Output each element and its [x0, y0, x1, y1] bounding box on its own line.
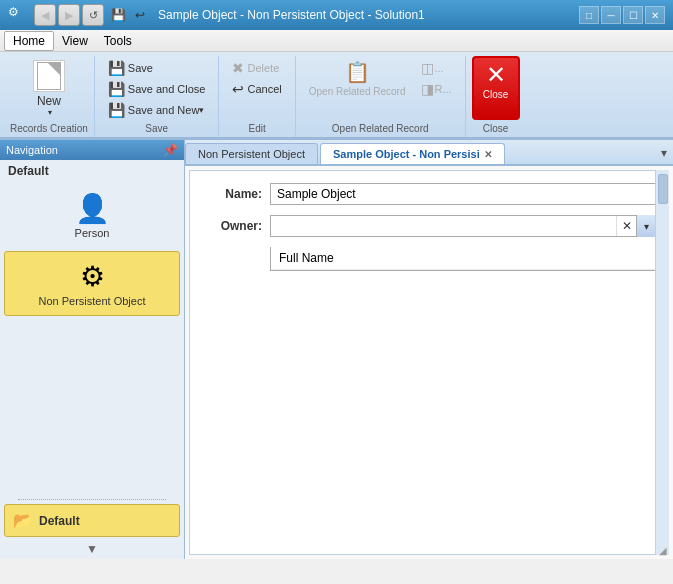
app-icon: ⚙ — [8, 5, 28, 25]
sidebar: Navigation 📌 Default 👤 Person ⚙ Non Pers… — [0, 140, 185, 559]
back-button[interactable]: ◀ — [34, 4, 56, 26]
nav-buttons: ◀ ▶ ↺ — [34, 4, 104, 26]
edit-group-label: Edit — [248, 123, 265, 134]
edit-content: ✖ Delete ↩ Cancel — [225, 56, 288, 121]
suggestion-full-name[interactable]: Full Name — [271, 247, 655, 270]
ribbon: New ▾ Records Creation 💾 Save 💾 Save and… — [0, 52, 673, 139]
close-group-label: Close — [483, 123, 509, 134]
sidebar-header: Navigation 📌 — [0, 140, 184, 160]
sidebar-close[interactable]: 📌 — [163, 143, 178, 157]
records-creation-content: New ▾ — [23, 56, 75, 121]
tab-non-persistent[interactable]: Non Persistent Object — [185, 143, 318, 164]
qat-undo[interactable]: ↩ — [130, 5, 150, 25]
sidebar-scroll-down[interactable]: ▼ — [0, 539, 184, 559]
new-dropdown-arrow: ▾ — [48, 108, 52, 117]
owner-row: Owner: ✕ ▾ — [202, 215, 656, 237]
related-extra-stack: ◫ ... ◨ R... — [414, 56, 458, 99]
close-btn-label: Close — [483, 89, 509, 100]
owner-input[interactable] — [270, 215, 656, 237]
suggestion-box: Full Name — [270, 247, 656, 271]
content-tabs: Non Persistent Object Sample Object - No… — [185, 140, 673, 166]
open-related-icon: 📋 — [345, 60, 370, 84]
ribbon-group-open-related: 📋 Open Related Record ◫ ... ◨ R... Open … — [296, 56, 466, 137]
related-btn2-label: R... — [434, 83, 451, 95]
restore-button[interactable]: ☐ — [623, 6, 643, 24]
save-content: 💾 Save 💾 Save and Close 💾 Save and New ▾ — [101, 56, 213, 121]
save-close-label: Save and Close — [128, 83, 206, 95]
open-related-button[interactable]: 📋 Open Related Record — [302, 56, 413, 120]
doc-shape — [37, 62, 61, 90]
menu-tools[interactable]: Tools — [96, 32, 140, 50]
scrollbar-thumb[interactable] — [658, 174, 668, 204]
cancel-label: Cancel — [247, 83, 281, 95]
tab-expand-button[interactable]: ▾ — [655, 142, 673, 164]
close-content: ✕ Close — [472, 56, 520, 121]
tab-sample-object[interactable]: Sample Object - Non Persisi ✕ — [320, 143, 505, 164]
doc-corner — [48, 63, 60, 75]
owner-label: Owner: — [202, 219, 262, 233]
window-expand[interactable]: □ — [579, 6, 599, 24]
tab-non-persistent-label: Non Persistent Object — [198, 148, 305, 160]
tab-sample-object-label: Sample Object - Non Persisi — [333, 148, 480, 160]
non-persistent-icon: ⚙ — [80, 260, 105, 293]
save-group-label: Save — [145, 123, 168, 134]
divider-line — [18, 499, 165, 500]
related-btn1[interactable]: ◫ ... — [414, 58, 458, 78]
save-close-button[interactable]: 💾 Save and Close — [101, 79, 213, 99]
resize-handle[interactable]: ◢ — [659, 545, 669, 555]
sidebar-title: Navigation — [6, 144, 58, 156]
ribbon-body: New ▾ Records Creation 💾 Save 💾 Save and… — [0, 52, 673, 137]
qat-save[interactable]: 💾 — [108, 5, 128, 25]
folder-label: Default — [39, 514, 80, 528]
open-related-content: 📋 Open Related Record ◫ ... ◨ R... — [302, 56, 459, 121]
cancel-button[interactable]: ↩ Cancel — [225, 79, 288, 99]
owner-dropdown-button[interactable]: ▾ — [636, 215, 656, 237]
sidebar-item-person[interactable]: 👤 Person — [4, 184, 180, 247]
close-red-icon: ✕ — [486, 61, 506, 89]
folder-icon: 📂 — [13, 511, 33, 530]
ribbon-group-edit: ✖ Delete ↩ Cancel Edit — [219, 56, 295, 137]
delete-label: Delete — [247, 62, 279, 74]
menu-bar: Home View Tools — [0, 30, 673, 52]
save-new-button[interactable]: 💾 Save and New ▾ — [101, 100, 213, 120]
save-button[interactable]: 💾 Save — [101, 58, 213, 78]
close-btn[interactable]: ✕ Close — [472, 56, 520, 120]
sidebar-folder[interactable]: 📂 Default — [4, 504, 180, 537]
sidebar-item-non-persistent[interactable]: ⚙ Non Persistent Object — [4, 251, 180, 316]
save-new-dropdown: ▾ — [199, 105, 204, 115]
form-area: Name: Owner: ✕ ▾ Full Name — [189, 170, 669, 555]
name-input[interactable] — [270, 183, 656, 205]
window-controls: □ ─ ☐ ✕ — [579, 6, 665, 24]
save-label: Save — [128, 62, 153, 74]
owner-clear-button[interactable]: ✕ — [616, 216, 636, 236]
save-new-icon: 💾 — [108, 102, 125, 118]
related-btn1-label: ... — [434, 62, 443, 74]
name-row: Name: — [202, 183, 656, 205]
new-button[interactable]: New ▾ — [23, 56, 75, 121]
open-related-label: Open Related Record — [309, 86, 406, 98]
tab-close-icon[interactable]: ✕ — [484, 149, 492, 160]
close-button[interactable]: ✕ — [645, 6, 665, 24]
content-area: Non Persistent Object Sample Object - No… — [185, 140, 673, 559]
sidebar-divider — [0, 496, 184, 502]
open-related-group-label: Open Related Record — [332, 123, 429, 134]
menu-home[interactable]: Home — [4, 31, 54, 51]
sidebar-section: Default — [0, 160, 184, 182]
menu-view[interactable]: View — [54, 32, 96, 50]
forward-button[interactable]: ▶ — [58, 4, 80, 26]
records-creation-label: Records Creation — [10, 123, 88, 134]
form-wrapper: Name: Owner: ✕ ▾ Full Name — [185, 166, 673, 559]
minimize-button[interactable]: ─ — [601, 6, 621, 24]
ribbon-group-records-creation: New ▾ Records Creation — [4, 56, 95, 137]
edit-buttons-stack: ✖ Delete ↩ Cancel — [225, 56, 288, 99]
refresh-button[interactable]: ↺ — [82, 4, 104, 26]
save-icon: 💾 — [108, 60, 125, 76]
delete-button[interactable]: ✖ Delete — [225, 58, 288, 78]
save-close-icon: 💾 — [108, 81, 125, 97]
related-btn2[interactable]: ◨ R... — [414, 79, 458, 99]
save-buttons-stack: 💾 Save 💾 Save and Close 💾 Save and New ▾ — [101, 56, 213, 120]
save-new-label: Save and New — [128, 104, 200, 116]
vertical-scrollbar[interactable] — [655, 170, 669, 555]
person-icon: 👤 — [75, 192, 110, 225]
main-layout: Navigation 📌 Default 👤 Person ⚙ Non Pers… — [0, 139, 673, 559]
